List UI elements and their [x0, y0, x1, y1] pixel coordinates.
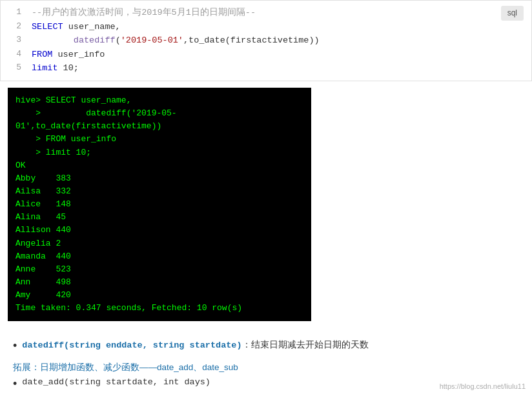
- datediff-section: • datediff(string enddate, string startd…: [13, 339, 519, 351]
- line-5-plain: 10;: [58, 63, 79, 73]
- datediff-bullet: • datediff(string enddate, string startd…: [13, 339, 519, 351]
- line-2-keyword: SELECT: [32, 22, 63, 32]
- watermark: https://blog.csdn.net/liulu11: [440, 382, 526, 390]
- bullet-dot-2: •: [13, 378, 17, 389]
- terminal-data-6: Angelia 2: [15, 237, 303, 250]
- line-number-2: 2: [6, 20, 21, 34]
- line-5-content: limit 10;: [32, 61, 526, 75]
- code-line-4: 4 FROM user_info: [1, 48, 531, 62]
- code-line-3: 3 datediff('2019-05-01',to_date(firstact…: [1, 34, 531, 48]
- terminal-data-7: Amanda 440: [15, 250, 303, 263]
- code-line-2: 2 SELECT user_name,: [1, 20, 531, 34]
- terminal-time: Time taken: 0.347 seconds, Fetched: 10 r…: [15, 302, 303, 315]
- line-2-content: SELECT user_name,: [32, 20, 526, 34]
- line-4-plain: user_info: [52, 50, 105, 59]
- datediff-signature: datediff(string enddate, string startdat…: [22, 340, 241, 350]
- datediff-colon: ：: [242, 340, 251, 350]
- line-5-keyword: limit: [32, 63, 58, 73]
- datediff-description: 结束日期减去开始日期的天数: [251, 340, 369, 350]
- expand-title: 拓展：日期增加函数、减少函数——date_add、date_sub: [13, 362, 519, 373]
- terminal-data-3: Alice 148: [15, 198, 303, 211]
- terminal-line-3: > FROM user_info: [15, 133, 303, 146]
- terminal-data-9: Ann 498: [15, 276, 303, 289]
- line-number-5: 5: [6, 61, 21, 75]
- line-1-content: --用户的首次激活时间，与2019年5月1日的日期间隔--: [32, 6, 526, 20]
- line-3-paren1: (: [116, 35, 121, 45]
- line-1-comment: --用户的首次激活时间，与2019年5月1日的日期间隔--: [32, 8, 256, 17]
- line-4-content: FROM user_info: [32, 48, 526, 62]
- code-editor: sql 1 --用户的首次激活时间，与2019年5月1日的日期间隔-- 2 SE…: [0, 0, 532, 81]
- line-3-indent: [32, 35, 74, 45]
- bullet-dot-1: •: [13, 340, 17, 351]
- terminal-line-4: > limit 10;: [15, 146, 303, 159]
- terminal-line-2: > datediff('2019-05-01',to_date(firstact…: [15, 107, 303, 133]
- terminal-output: hive> SELECT user_name, > datediff('2019…: [8, 88, 311, 321]
- terminal-data-10: Amy 420: [15, 289, 303, 302]
- code-line-1: 1 --用户的首次激活时间，与2019年5月1日的日期间隔--: [1, 6, 531, 20]
- line-3-function: datediff: [74, 35, 116, 45]
- terminal-line-1: hive> SELECT user_name,: [15, 94, 303, 107]
- datediff-text: datediff(string enddate, string startdat…: [22, 339, 368, 351]
- line-number-4: 4: [6, 48, 21, 61]
- terminal-data-4: Alina 45: [15, 211, 303, 224]
- line-3-content: datediff('2019-05-01',to_date(firstactiv…: [32, 34, 526, 48]
- terminal-data-8: Anne 523: [15, 263, 303, 276]
- line-4-keyword: FROM: [32, 50, 52, 59]
- date-add-signature: date_add(string startdate, int days): [22, 377, 210, 387]
- line-3-rest: ,to_date(firstactivetime)): [183, 35, 320, 45]
- terminal-data-1: Abby 383: [15, 172, 303, 185]
- terminal-data-5: Allison 440: [15, 224, 303, 237]
- line-number-1: 1: [6, 6, 21, 19]
- code-line-5: 5 limit 10;: [1, 61, 531, 75]
- line-number-3: 3: [6, 34, 21, 47]
- terminal-data-2: Ailsa 332: [15, 185, 303, 198]
- line-3-string: '2019-05-01': [121, 35, 183, 45]
- sql-label: sql: [501, 6, 524, 21]
- terminal-ok: OK: [15, 159, 303, 172]
- line-2-plain: user_name,: [63, 22, 121, 32]
